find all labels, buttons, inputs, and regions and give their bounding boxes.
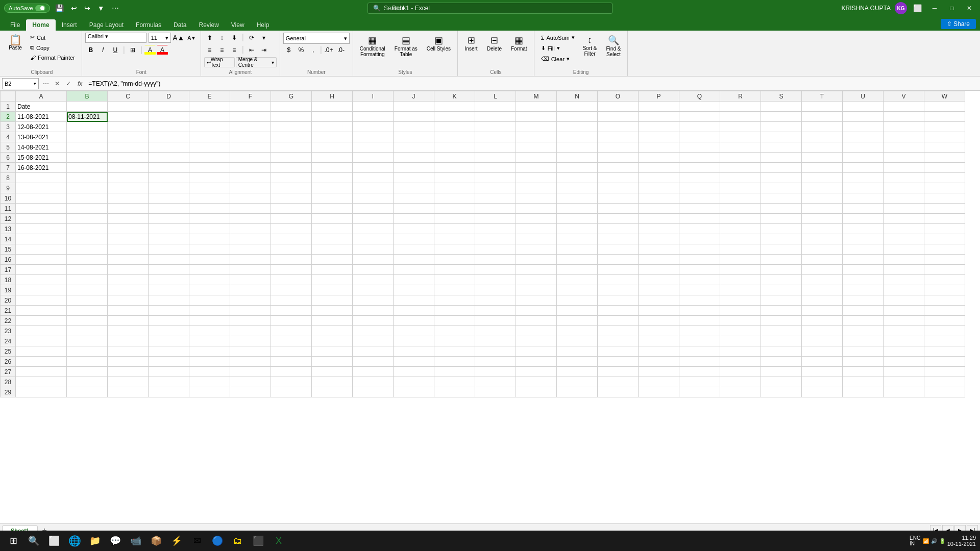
tab-formulas[interactable]: Formulas xyxy=(130,19,167,31)
cell-T19[interactable] xyxy=(802,285,843,295)
cell-I5[interactable] xyxy=(353,142,394,153)
cell-O6[interactable] xyxy=(598,153,639,163)
cell-I10[interactable] xyxy=(353,193,394,204)
cell-V1[interactable] xyxy=(884,102,924,112)
cell-B20[interactable] xyxy=(67,295,108,306)
cell-O2[interactable] xyxy=(598,112,639,122)
cell-Q7[interactable] xyxy=(679,163,720,173)
cell-G23[interactable] xyxy=(271,326,312,336)
paste-button[interactable]: 📋 Paste xyxy=(5,33,26,53)
cell-D11[interactable] xyxy=(149,204,189,214)
cell-B15[interactable] xyxy=(67,244,108,255)
cell-Q15[interactable] xyxy=(679,244,720,255)
cell-P25[interactable] xyxy=(639,346,679,357)
cell-F15[interactable] xyxy=(230,244,271,255)
cell-B11[interactable] xyxy=(67,204,108,214)
cell-K15[interactable] xyxy=(434,244,475,255)
cell-V27[interactable] xyxy=(884,367,924,377)
cell-P15[interactable] xyxy=(639,244,679,255)
fill-color-button[interactable]: A xyxy=(144,45,156,55)
cell-B21[interactable] xyxy=(67,306,108,316)
cell-F2[interactable] xyxy=(230,112,271,122)
cell-Q10[interactable] xyxy=(679,193,720,204)
find-select-button[interactable]: 🔍 Find &Select xyxy=(603,33,625,64)
cell-J18[interactable] xyxy=(394,275,434,285)
cell-P16[interactable] xyxy=(639,255,679,265)
cell-F7[interactable] xyxy=(230,163,271,173)
cell-W13[interactable] xyxy=(924,224,965,234)
cell-V7[interactable] xyxy=(884,163,924,173)
cell-T1[interactable] xyxy=(802,102,843,112)
cell-T21[interactable] xyxy=(802,306,843,316)
row-header-15[interactable]: 15 xyxy=(1,244,16,255)
row-header-6[interactable]: 6 xyxy=(1,153,16,163)
cell-O13[interactable] xyxy=(598,224,639,234)
comma-button[interactable]: , xyxy=(308,45,319,55)
cell-C13[interactable] xyxy=(108,224,149,234)
cell-A14[interactable] xyxy=(16,234,67,244)
cell-J9[interactable] xyxy=(394,183,434,193)
row-header-28[interactable]: 28 xyxy=(1,377,16,387)
cell-D16[interactable] xyxy=(149,255,189,265)
cell-M7[interactable] xyxy=(516,163,557,173)
cell-R18[interactable] xyxy=(720,275,761,285)
cell-A6[interactable]: 15-08-2021 xyxy=(16,153,67,163)
cell-N8[interactable] xyxy=(557,173,598,183)
cell-I28[interactable] xyxy=(353,377,394,387)
cell-Q16[interactable] xyxy=(679,255,720,265)
cell-W2[interactable] xyxy=(924,112,965,122)
cell-T15[interactable] xyxy=(802,244,843,255)
cell-N16[interactable] xyxy=(557,255,598,265)
cell-W20[interactable] xyxy=(924,295,965,306)
cell-S29[interactable] xyxy=(761,387,802,397)
cell-D5[interactable] xyxy=(149,142,189,153)
cell-M17[interactable] xyxy=(516,265,557,275)
cell-E4[interactable] xyxy=(189,132,230,142)
row-header-22[interactable]: 22 xyxy=(1,316,16,326)
cell-O28[interactable] xyxy=(598,377,639,387)
cell-P14[interactable] xyxy=(639,234,679,244)
cell-R28[interactable] xyxy=(720,377,761,387)
col-header-p[interactable]: P xyxy=(639,91,679,102)
cell-S2[interactable] xyxy=(761,112,802,122)
cell-W12[interactable] xyxy=(924,214,965,224)
cell-H15[interactable] xyxy=(312,244,353,255)
cell-L7[interactable] xyxy=(475,163,516,173)
share-button[interactable]: ⇧ Share xyxy=(941,19,976,29)
cell-W16[interactable] xyxy=(924,255,965,265)
col-header-m[interactable]: M xyxy=(516,91,557,102)
cell-D12[interactable] xyxy=(149,214,189,224)
number-format-select[interactable]: General ▾ xyxy=(283,33,350,44)
cell-O7[interactable] xyxy=(598,163,639,173)
cell-J26[interactable] xyxy=(394,357,434,367)
cell-L10[interactable] xyxy=(475,193,516,204)
start-button[interactable]: ⊞ xyxy=(4,532,22,550)
tab-review[interactable]: Review xyxy=(192,19,225,31)
copy-button[interactable]: ⧉ Copy xyxy=(27,43,79,53)
cell-S21[interactable] xyxy=(761,306,802,316)
cell-P28[interactable] xyxy=(639,377,679,387)
cell-P29[interactable] xyxy=(639,387,679,397)
cell-O5[interactable] xyxy=(598,142,639,153)
cell-L28[interactable] xyxy=(475,377,516,387)
cell-P27[interactable] xyxy=(639,367,679,377)
cell-D25[interactable] xyxy=(149,346,189,357)
cell-E26[interactable] xyxy=(189,357,230,367)
cell-C19[interactable] xyxy=(108,285,149,295)
col-header-u[interactable]: U xyxy=(843,91,884,102)
cell-W15[interactable] xyxy=(924,244,965,255)
cell-T22[interactable] xyxy=(802,316,843,326)
cell-P2[interactable] xyxy=(639,112,679,122)
cell-I20[interactable] xyxy=(353,295,394,306)
cell-T24[interactable] xyxy=(802,336,843,346)
cell-P7[interactable] xyxy=(639,163,679,173)
cell-M10[interactable] xyxy=(516,193,557,204)
cell-U3[interactable] xyxy=(843,122,884,132)
cell-F6[interactable] xyxy=(230,153,271,163)
cell-R6[interactable] xyxy=(720,153,761,163)
cell-G10[interactable] xyxy=(271,193,312,204)
cell-H7[interactable] xyxy=(312,163,353,173)
cell-E14[interactable] xyxy=(189,234,230,244)
cell-M1[interactable] xyxy=(516,102,557,112)
cell-T9[interactable] xyxy=(802,183,843,193)
